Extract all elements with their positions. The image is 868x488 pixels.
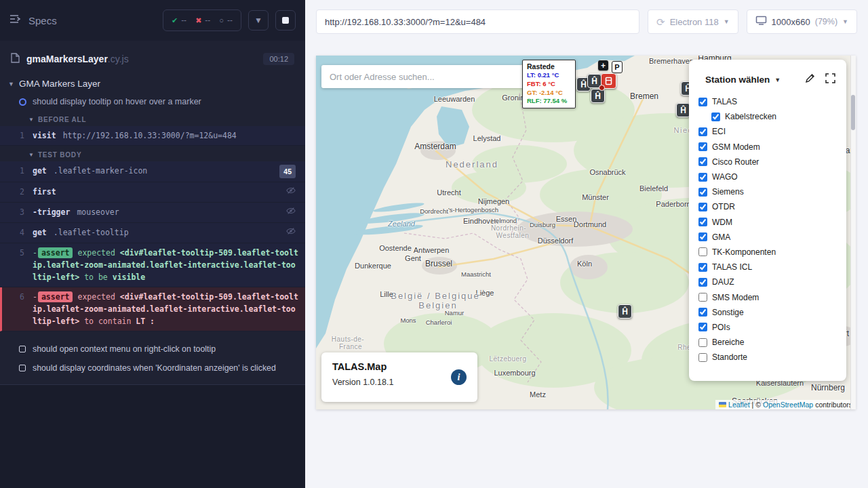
monitor-icon [755,16,767,28]
layer-checkbox[interactable] [698,293,707,302]
layer-label: POIs [712,323,730,332]
osm-link[interactable]: OpenStreetMap [763,401,813,409]
map-label: België / Belgique [391,291,480,301]
leaflet-map[interactable]: HamburgBremerhavenBremenNiedersachsenHan… [316,56,856,409]
layer-checkbox-row[interactable]: OTDR [698,199,846,214]
command-row[interactable]: 1visithttp://192.168.10.33:3000/?m=12&u=… [0,126,305,146]
command-content: get.leaflet-tooltip [33,226,286,239]
layer-checkbox-row[interactable]: POIs [698,320,846,335]
map-label: Nürnberg [811,383,845,392]
browser-select[interactable]: ⟳ Electron 118 ▼ [648,9,738,34]
layer-checkbox-row[interactable]: WDM [698,215,846,230]
layer-checkbox-row[interactable]: GSM Modem [698,140,846,155]
layer-checkbox-row[interactable]: Siemens [698,184,846,199]
app-scrollbar[interactable] [850,56,856,409]
map-label: France [339,343,362,350]
command-row[interactable]: 3-triggermouseover [0,203,305,223]
layer-checkbox-row[interactable]: DAUZ [698,274,846,289]
layer-label: SMS Modem [712,293,759,302]
fullscreen-icon[interactable] [825,73,835,86]
parking-marker-icon[interactable]: P [612,61,623,73]
stop-button[interactable] [275,10,296,30]
leaflet-link[interactable]: Leaflet [728,401,750,409]
station-dropdown[interactable]: Station wählen [705,75,770,85]
layer-checkbox-row[interactable]: TALAS ICL [698,260,846,274]
search-input[interactable] [321,65,526,88]
chevron-down-icon[interactable]: ▼ [774,77,781,83]
map-label: Brussel [425,259,452,268]
test-body-header[interactable]: ▼ TEST BODY [0,146,305,161]
stop-icon [282,17,289,24]
layer-checkbox[interactable] [698,98,707,106]
layer-checkbox[interactable] [698,338,707,347]
layer-checkbox[interactable] [698,263,707,272]
layer-checkbox-row[interactable]: WAGO [698,169,846,184]
info-icon[interactable]: i [451,369,467,385]
command-row[interactable]: 2first [0,182,305,203]
layer-checkbox[interactable] [698,308,707,317]
map-label: Mons [400,317,416,324]
viewport-size: 1000x660 [772,17,810,27]
command-method: get [33,228,47,237]
layer-checkbox[interactable] [698,278,707,287]
pending-test-title: should open context menu on right-click … [33,344,216,354]
map-label: Dortmund [574,220,606,228]
layer-checkbox-row[interactable]: Kabelstrecken [698,109,846,124]
map-label: Bielefeld [639,184,668,192]
layer-checkbox-row[interactable]: Cisco Router [698,155,846,169]
command-content: get.leaflet-marker-icon [33,165,279,178]
command-row[interactable]: 1get.leaflet-marker-icon45 [0,161,305,182]
pending-test-row[interactable]: should open context menu on right-click … [0,340,305,359]
layer-checkbox[interactable] [698,142,707,151]
map-label: Nordrhein- [491,224,526,232]
map-label: Antwerpen [414,246,450,254]
layer-checkbox[interactable] [698,203,707,211]
layer-checkbox-row[interactable]: GMA [698,230,846,245]
layer-checkbox-row[interactable]: ECI [698,124,846,139]
alarm-marker-icon[interactable] [601,73,616,89]
command-row[interactable]: 5-assertexpected <div#leaflet-tooltip-50… [0,243,305,287]
layer-checkbox-row[interactable]: Sonstige [698,305,846,320]
active-test-row[interactable]: should display tooltip on hover over a m… [0,93,305,110]
map-label: Essen [556,215,577,223]
app-info-card: TALAS.Map Version 1.0.18.1 i [321,352,477,402]
command-number: 5 [0,247,33,283]
layer-label: GSM Modem [712,142,760,152]
layer-checkbox[interactable] [698,188,707,197]
layer-checkbox[interactable] [711,113,720,121]
specs-menu-icon[interactable] [9,14,22,26]
viewport-select[interactable]: 1000x660 (79%) ▼ [747,9,857,34]
edit-pencil-icon[interactable] [805,73,815,86]
layer-checkbox[interactable] [698,173,707,182]
pending-test-row[interactable]: should display coordinates when 'Koordin… [0,359,305,378]
station-marker-icon[interactable]: Ĥ [591,89,605,103]
layer-checkbox[interactable] [698,353,707,362]
spec-bar[interactable]: gmaMarkersLayer.cy.js 00:12 [0,45,305,73]
collapse-button[interactable]: ▼ [248,10,269,30]
map-label: 's-Hertogenbosch [448,206,498,214]
invisible-element-icon [286,186,296,199]
layer-checkbox[interactable] [698,247,707,256]
suite-row[interactable]: ▼ GMA Markers Layer [0,73,305,93]
before-all-header[interactable]: ▼ BEFORE ALL [0,110,305,126]
station-marker-icon[interactable]: Ĥ [618,304,632,319]
failed-icon: ✖ [195,16,201,25]
layer-label: OTDR [712,202,735,211]
layer-checkbox[interactable] [698,218,707,226]
layer-checkbox-row[interactable]: SMS Modem [698,289,846,304]
layer-checkbox-row[interactable]: Standorte [698,350,846,365]
layer-checkbox[interactable] [698,157,707,166]
scrollbar-thumb[interactable] [851,95,855,130]
layer-checkbox[interactable] [698,127,707,136]
command-row[interactable]: 6-assertexpected <div#leaflet-tooltip-50… [0,287,305,331]
command-row[interactable]: 4get.leaflet-tooltip [0,223,305,243]
url-input[interactable] [316,9,639,34]
station-marker-icon[interactable]: Ĥ [676,103,690,117]
command-number: 1 [0,129,33,142]
layer-checkbox-row[interactable]: TALAS [698,94,846,109]
layer-checkbox[interactable] [698,232,707,241]
zoom-plus-icon[interactable]: + [598,60,608,70]
layer-checkbox[interactable] [698,323,707,331]
layer-checkbox-row[interactable]: TK-Komponenten [698,245,846,260]
layer-checkbox-row[interactable]: Bereiche [698,335,846,350]
